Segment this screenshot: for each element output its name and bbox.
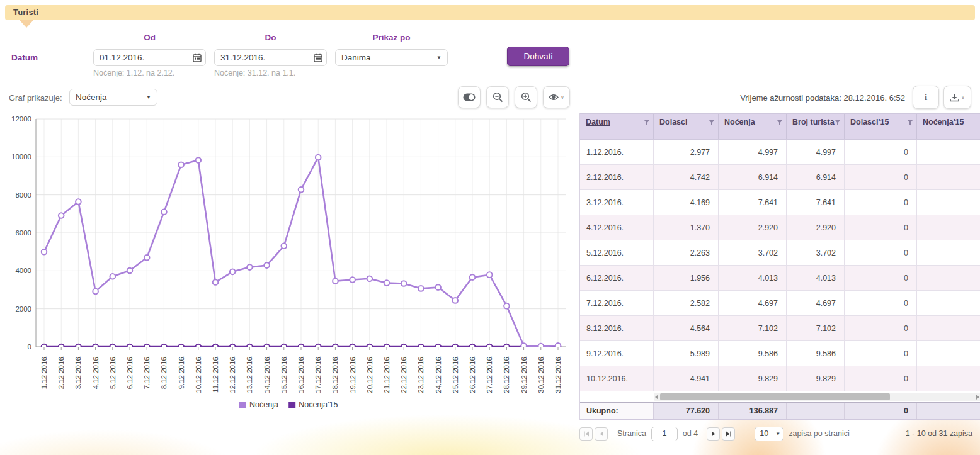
pagination-bar: Stranica od 4 10 ▼ zapisa po stranici 1 … <box>579 426 980 441</box>
cell-value: 4.997 <box>719 140 787 165</box>
column-header-datum[interactable]: Datum <box>580 114 654 139</box>
svg-text:2000: 2000 <box>15 305 31 313</box>
zoom-out-button[interactable] <box>486 86 509 108</box>
table-row[interactable]: 10.12.2016.4.9419.8299.8290 <box>580 366 980 391</box>
cell-value: 4.564 <box>654 316 719 341</box>
table-row[interactable]: 1.12.2016.2.9774.9974.9970 <box>580 140 980 165</box>
table-row[interactable]: 8.12.2016.4.5647.1027.1020 <box>580 316 980 341</box>
svg-text:20.12.2016.: 20.12.2016. <box>366 355 373 393</box>
series-visibility-button[interactable]: ∨ <box>543 86 570 108</box>
total-value: 77.620 <box>654 403 719 419</box>
cell-value: 3.702 <box>787 240 845 266</box>
cell-value: 4.697 <box>719 291 787 316</box>
cell-value: 4.169 <box>654 190 719 215</box>
page-size-select[interactable]: 10 ▼ <box>755 427 783 441</box>
do-label: Do <box>214 33 327 42</box>
svg-text:10.12.2016.: 10.12.2016. <box>195 355 202 393</box>
table-row[interactable]: 4.12.2016.1.3702.9202.9200 <box>580 215 980 240</box>
column-header-dolasci-15[interactable]: Dolasci'15 <box>845 114 917 139</box>
scroll-right-icon[interactable] <box>976 395 979 400</box>
column-header-no-enja-15[interactable]: Noćenja'15 <box>917 114 980 139</box>
total-value: 136.887 <box>719 403 787 419</box>
scrollbar-thumb[interactable] <box>660 393 890 400</box>
svg-text:30.12.2016.: 30.12.2016. <box>537 355 545 393</box>
info-button[interactable]: i <box>913 86 939 109</box>
prikaz-po-select[interactable]: Danima ▼ <box>335 49 448 66</box>
page-size-label: zapisa po stranici <box>789 429 850 438</box>
cell-value: 7.102 <box>719 316 787 341</box>
table-row[interactable]: 7.12.2016.2.5824.6974.6970 <box>580 291 980 316</box>
cell-value <box>917 240 980 266</box>
table-row[interactable]: 2.12.2016.4.7426.9146.9140 <box>580 165 980 190</box>
last-page-button[interactable] <box>722 427 735 441</box>
filter-icon <box>644 120 650 126</box>
column-header-no-enja[interactable]: Noćenja <box>719 114 787 139</box>
total-label: Ukupno: <box>580 403 654 419</box>
table-row[interactable]: 5.12.2016.2.2633.7023.7020 <box>580 240 980 266</box>
cell-value: 5.989 <box>654 341 719 366</box>
svg-text:24.12.2016.: 24.12.2016. <box>435 355 442 393</box>
svg-text:3.12.2016.: 3.12.2016. <box>74 355 82 389</box>
legend-swatch <box>288 402 295 408</box>
page-number-input[interactable] <box>651 427 678 441</box>
graf-select-value: Noćenja <box>70 93 140 102</box>
svg-text:17.12.2016.: 17.12.2016. <box>314 355 322 393</box>
svg-text:28.12.2016.: 28.12.2016. <box>503 355 510 393</box>
scrollbar-track[interactable] <box>654 393 980 401</box>
page-title: Turisti <box>13 8 38 17</box>
date-to-input[interactable]: 31.12.2016. <box>214 49 327 66</box>
dohvati-button[interactable]: Dohvati <box>507 47 569 66</box>
export-button[interactable]: ∨ <box>943 86 971 109</box>
column-header-broj-turista[interactable]: Broj turista <box>787 114 845 139</box>
graf-select[interactable]: Noćenja ▼ <box>69 89 157 106</box>
cell-value: 4.742 <box>654 165 719 190</box>
next-page-button[interactable] <box>707 427 720 441</box>
svg-text:4.12.2016.: 4.12.2016. <box>92 355 100 389</box>
cell-value <box>917 140 980 165</box>
cell-value: 7.641 <box>787 190 845 215</box>
svg-text:9.12.2016.: 9.12.2016. <box>178 355 185 389</box>
page-label: Stranica <box>617 429 646 438</box>
table-row[interactable]: 6.12.2016.1.9564.0134.0130 <box>580 266 980 291</box>
cell-datum: 4.12.2016. <box>580 215 654 240</box>
zoom-out-icon <box>493 92 503 103</box>
cell-value: 2.920 <box>787 215 845 240</box>
first-page-button[interactable] <box>579 427 593 441</box>
svg-text:13.12.2016.: 13.12.2016. <box>246 355 253 393</box>
calendar-icon[interactable] <box>309 50 326 65</box>
filter-icon <box>777 120 783 126</box>
cell-value: 0 <box>845 316 917 341</box>
svg-text:19.12.2016.: 19.12.2016. <box>349 355 356 393</box>
column-header-dolasci[interactable]: Dolasci <box>654 114 719 139</box>
table-total-row: Ukupno:77.620136.8870 <box>580 402 980 420</box>
cell-value: 7.641 <box>719 190 787 215</box>
svg-text:14.12.2016.: 14.12.2016. <box>263 355 271 393</box>
filter-icon <box>907 120 913 126</box>
line-chart[interactable]: 0200040006000800010000120001.12.2016.2.1… <box>5 115 575 418</box>
svg-text:21.12.2016.: 21.12.2016. <box>383 355 390 393</box>
toggle-view-button[interactable] <box>458 86 481 108</box>
zoom-in-button[interactable] <box>515 86 537 108</box>
date-to-hint: Noćenje: 31.12. na 1.1. <box>214 69 295 77</box>
table-horizontal-scrollbar[interactable] <box>580 391 980 402</box>
previous-page-button[interactable] <box>595 427 608 441</box>
cell-value <box>917 341 980 366</box>
table-row[interactable]: 9.12.2016.5.9899.5869.5860 <box>580 341 980 366</box>
svg-text:27.12.2016.: 27.12.2016. <box>486 355 493 393</box>
cell-value: 2.920 <box>719 215 787 240</box>
calendar-icon[interactable] <box>188 50 205 65</box>
prikaz-po-value: Danima <box>336 53 431 62</box>
chevron-down-icon: ∨ <box>561 94 564 100</box>
cell-datum: 7.12.2016. <box>580 291 654 316</box>
cell-value: 4.941 <box>654 366 719 391</box>
svg-text:6000: 6000 <box>15 229 31 237</box>
table-row[interactable]: 3.12.2016.4.1697.6417.6410 <box>580 190 980 215</box>
scroll-left-icon[interactable] <box>655 395 658 400</box>
svg-text:7.12.2016.: 7.12.2016. <box>143 355 151 389</box>
data-freshness-text: Vrijeme ažurnosti podataka: 28.12.2016. … <box>693 93 905 103</box>
records-range-label: 1 - 10 od 31 zapisa <box>906 429 980 438</box>
cell-value <box>917 190 980 215</box>
date-from-input[interactable]: 01.12.2016. <box>93 49 206 66</box>
legend-label: Noćenja'15 <box>299 400 338 409</box>
cell-value: 0 <box>845 366 917 391</box>
